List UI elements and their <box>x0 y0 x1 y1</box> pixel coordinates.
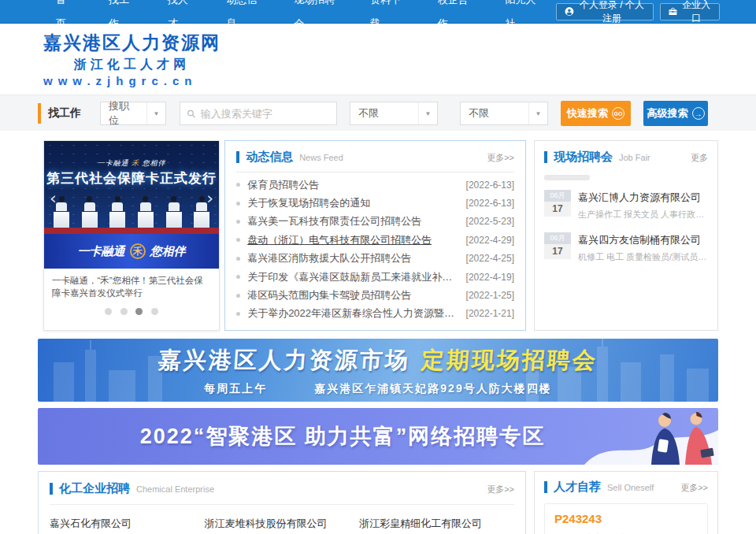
job-fair-banner[interactable]: 嘉兴港区人力资源市场定期现场招聘会 每周五上午嘉兴港区乍浦镇天妃路929号人防大… <box>38 339 718 402</box>
news-link[interactable]: 盘动（浙江）电气科技有限公司招聘公告 <box>247 233 465 247</box>
talent-id[interactable]: P243243 <box>554 512 698 525</box>
filter-select-2[interactable]: 不限 ▼ <box>460 102 548 125</box>
news-link[interactable]: 关于举办2022年港区新春综合性人力资源暨春风... <box>247 306 465 321</box>
site-logo[interactable]: 嘉兴港区人力资源网 浙江化工人才网 www.zjhgrc.cn <box>43 31 220 87</box>
slide-headline: 第三代社会保障卡正式发行 <box>44 169 219 187</box>
bullet-icon <box>236 294 240 298</box>
job-fair-subtitle: Job Fair <box>619 153 650 162</box>
news-more-link[interactable]: 更多>> <box>487 152 514 164</box>
chemical-company-card[interactable]: 浙江彩皇精细化工有限公司 普工（制造科） 营业担当 <box>359 517 513 534</box>
news-item[interactable]: 嘉兴港区消防救援大队公开招聘公告 [2022-4-25] <box>236 250 514 268</box>
slider-handle[interactable] <box>544 175 590 180</box>
news-link[interactable]: 关于恢复现场招聘会的通知 <box>247 196 465 210</box>
nav-job-fair[interactable]: 现场招聘会 <box>277 0 354 35</box>
news-item[interactable]: 港区码头范围内集卡驾驶员招聘公告 [2022-1-25] <box>236 286 514 304</box>
filter-select-1[interactable]: 不限 ▼ <box>350 102 438 125</box>
enterprise-entry-label: 企业入口 <box>682 0 711 25</box>
news-item[interactable]: 关于恢复现场招聘会的通知 [2022-6-13] <box>236 194 514 212</box>
carousel-dot[interactable] <box>120 308 128 315</box>
news-link[interactable]: 关于印发《嘉兴港区鼓励新员工来港就业补助操作... <box>247 270 465 284</box>
news-link[interactable]: 保育员招聘公告 <box>247 178 465 192</box>
carousel-slide-image[interactable]: 一卡融通 禾 您相伴 第三代社会保障卡正式发行 一卡融通 禾 您相伴 ‹ › <box>44 141 219 269</box>
news-link[interactable]: 港区码头范围内集卡驾驶员招聘公告 <box>247 288 465 302</box>
online-recruitment-banner[interactable]: 2022“智聚港区 助力共富”网络招聘专区 <box>38 408 718 465</box>
search-section-label: 找工作 <box>48 106 81 121</box>
nav-home[interactable]: 首 页 <box>39 0 92 35</box>
news-carousel: 一卡融通 禾 您相伴 第三代社会保障卡正式发行 一卡融通 禾 您相伴 ‹ › <box>43 140 220 331</box>
news-item[interactable]: 关于举办2022年港区新春综合性人力资源暨春风... [2022-1-21] <box>236 305 514 323</box>
company-name[interactable]: 浙江彩皇精细化工有限公司 <box>359 517 513 531</box>
talent-subtitle: Sell Oneself <box>607 483 654 492</box>
slide-stage-edge <box>44 228 219 234</box>
talent-more-link[interactable]: 更多>> <box>680 482 708 494</box>
site-title: 嘉兴港区人力资源网 <box>43 31 220 55</box>
nav-downloads[interactable]: 资料下载 <box>354 0 421 35</box>
bullet-icon <box>236 183 240 187</box>
news-item[interactable]: 关于印发《嘉兴港区鼓励新员工来港就业补助操作... [2022-4-19] <box>236 268 514 286</box>
nav-sunshine-hr[interactable]: 阳光人社 <box>488 0 556 35</box>
enterprise-entry-button[interactable]: 企业入口 <box>660 3 720 20</box>
news-link[interactable]: 嘉兴美一瓦科技有限责任公司招聘公告 <box>247 214 465 228</box>
news-item[interactable]: 嘉兴美一瓦科技有限责任公司招聘公告 [2022-5-23] <box>236 213 514 231</box>
news-date: [2022-4-25] <box>466 253 514 264</box>
top-navbar: 首 页 找工作 找人才 动态信息 现场招聘会 资料下载 校企合作 阳光人社 个人… <box>0 0 756 24</box>
news-feed-panel: 动态信息 News Feed 更多>> 保育员招聘公告 [2022-6-13] … <box>224 140 526 331</box>
carousel-prev-icon[interactable]: ‹ <box>50 190 57 207</box>
carousel-next-icon[interactable]: › <box>206 190 213 207</box>
date-badge: 06月 17 <box>544 232 571 263</box>
filter-1-value: 不限 <box>350 106 418 121</box>
nav-school-enterprise[interactable]: 校企合作 <box>421 0 489 35</box>
news-date: [2022-4-19] <box>466 272 514 283</box>
news-date: [2022-6-13] <box>466 198 514 209</box>
talent-title: 人才自荐 <box>554 480 601 495</box>
main-content-row: 一卡融通 禾 您相伴 第三代社会保障卡正式发行 一卡融通 禾 您相伴 ‹ › <box>38 140 718 331</box>
nav-news[interactable]: 动态信息 <box>210 0 278 35</box>
news-list: 保育员招聘公告 [2022-6-13] 关于恢复现场招聘会的通知 [2022-6… <box>236 176 514 323</box>
company-name[interactable]: 嘉兴石化有限公司 <box>50 517 204 531</box>
news-link[interactable]: 嘉兴港区消防救援大队公开招聘公告 <box>247 251 465 265</box>
fair-company[interactable]: 嘉兴汇博人力资源有限公司 <box>578 191 708 205</box>
personal-login-label: 个人登录 / 个人注册 <box>579 0 645 25</box>
carousel-dot-active[interactable] <box>135 308 143 315</box>
carousel-dots <box>44 301 219 323</box>
nav-find-job[interactable]: 找工作 <box>92 0 151 35</box>
personal-login-button[interactable]: 个人登录 / 个人注册 <box>556 3 653 20</box>
news-item[interactable]: 保育员招聘公告 [2022-6-13] <box>236 176 514 194</box>
search-input[interactable] <box>201 108 330 120</box>
job-fair-item[interactable]: 06月 17 嘉兴汇博人力资源有限公司 生产操作工 报关文员 人事行政助理... <box>544 190 708 221</box>
people-illustration <box>576 408 718 465</box>
bullet-icon <box>236 202 240 206</box>
carousel-caption[interactable]: 一卡融通，“禾”您相伴！第三代社会保障卡嘉兴首发仪式举行 <box>44 269 219 301</box>
slide-banner-strip: 一卡融通 禾 您相伴 <box>44 234 219 269</box>
quick-search-button[interactable]: 快速搜索 GO <box>561 101 631 126</box>
bullet-icon <box>236 220 240 224</box>
chevron-down-icon: ▼ <box>146 102 165 124</box>
job-fair-item[interactable]: 06月 17 嘉兴四方友信制桶有限公司 机修工 电工 质量检验员/测试员 叉车.… <box>544 232 708 263</box>
advanced-search-button[interactable]: 高级搜索 → <box>643 101 708 126</box>
section-accent-bar <box>50 483 53 495</box>
quick-search-label: 快速搜索 <box>567 106 608 121</box>
carousel-dot[interactable] <box>151 308 158 315</box>
orange-accent-bar <box>38 103 41 124</box>
date-badge: 06月 17 <box>544 190 571 221</box>
chemical-company-card[interactable]: 浙江麦堆科技股份有限公司 销售专员 会计 土建主管 <box>204 517 358 534</box>
news-date: [2022-4-29] <box>466 235 514 246</box>
news-date: [2022-1-21] <box>466 308 514 319</box>
nav-find-talent[interactable]: 找人才 <box>151 0 210 35</box>
bullet-icon <box>236 257 240 261</box>
talent-card[interactable]: P243243 男 ｜ 嘉兴市->嘉兴港区 ｜ 八年以上 <box>544 503 708 534</box>
news-item[interactable]: 盘动（浙江）电气科技有限公司招聘公告 [2022-4-29] <box>236 231 514 249</box>
job-fair-title: 现场招聘会 <box>554 150 613 165</box>
keyword-input-wrap <box>180 102 337 125</box>
job-fair-more-link[interactable]: 更多 <box>691 152 708 164</box>
carousel-dot[interactable] <box>105 308 112 315</box>
banner1-title: 嘉兴港区人力资源市场定期现场招聘会 <box>158 345 599 376</box>
fair-company[interactable]: 嘉兴四方友信制桶有限公司 <box>578 233 708 247</box>
arrow-right-icon: → <box>692 107 705 120</box>
job-fair-panel: 现场招聘会 Job Fair 更多 06月 17 嘉兴汇博人力资源有限公司 生产… <box>534 140 718 331</box>
company-name[interactable]: 浙江麦堆科技股份有限公司 <box>204 517 358 531</box>
search-category-select[interactable]: 搜职位 ▼ <box>100 102 166 125</box>
chemical-more-link[interactable]: 更多>> <box>487 484 514 495</box>
chemical-company-card[interactable]: 嘉兴石化有限公司 工艺员 设备管理 门卫（残疾工） <box>50 517 204 534</box>
site-subtitle: 浙江化工人才网 <box>43 57 220 73</box>
